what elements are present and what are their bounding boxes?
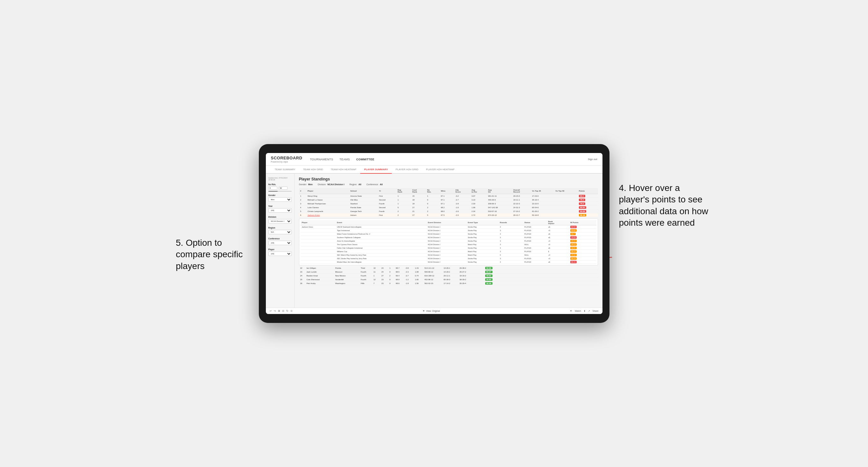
col-adj-score: Adj.Score (454, 188, 470, 194)
conference-label: Conference (269, 238, 292, 240)
col-no-rds: NoRds. (426, 188, 440, 194)
logo-area: SCOREBOARD Powered by clipd (271, 156, 303, 163)
refresh-icon[interactable]: ↻ (286, 310, 288, 312)
event-col-division: Event Division (427, 220, 466, 225)
bottom-toolbar: ↩ ↪ ⊞ ⊡ ↻ ⊙ 👁 View: Original 👁 Watch ⬇ ↗… (266, 308, 602, 314)
filter-conference-label: Conference: (366, 183, 378, 186)
logo-text: SCOREBOARD (271, 156, 303, 160)
copy-icon[interactable]: ⊞ (278, 310, 280, 312)
sub-nav-player-h2h-grid[interactable]: PLAYER H2H GRID (392, 166, 422, 174)
event-table-row: SEC Stroke Play hosted by Jerry Pate NCA… (301, 257, 596, 260)
gender-label: Gender (269, 194, 292, 196)
filter-region-label: Region: (349, 183, 357, 186)
event-col-rank-impact: RankImpact (547, 220, 569, 225)
sub-nav-team-summary[interactable]: TEAM SUMMARY (271, 166, 299, 174)
col-num: # (299, 188, 306, 194)
event-table-row: Tiger Invitational NCAA Division I Strok… (301, 229, 596, 232)
share-button[interactable]: Share (593, 310, 599, 312)
event-table-row: Jackson Koivu UNCW Seahawk Intercollegia… (301, 225, 596, 229)
event-table-row: Southern Highlands Collegiate NCAA Divis… (301, 236, 596, 240)
no-rds-range (269, 186, 292, 190)
annotation-right: 4. Hover over a player's points to see a… (619, 182, 712, 229)
col-avg-sg: AvgSG (487, 188, 512, 194)
region-select[interactable]: N/A (269, 230, 292, 234)
table-row: 4 Luke Clanton Florida State Second 5 27… (299, 206, 598, 210)
event-col-type: Event Type (467, 220, 499, 225)
sub-nav-team-h2h-grid[interactable]: TEAM H2H GRID (299, 166, 327, 174)
division-select[interactable]: NCAA Division I (269, 219, 292, 223)
no-rds-min-input[interactable] (269, 186, 277, 190)
filter-conference-value: All (380, 183, 383, 186)
eye-icon: 👁 (423, 310, 425, 312)
no-rds-label: No Rds. (269, 183, 292, 186)
table-row: 2 Michael Lo Sasso Ole Miss Second 1 18 … (299, 198, 598, 202)
filter-division: Division: NCAA Division I (318, 183, 344, 186)
table-row: 1 Wenyi Ding Arizona State First 1 15 1 … (299, 194, 598, 198)
filter-region: Region: All (349, 183, 361, 186)
no-rds-max-input[interactable] (279, 186, 287, 190)
year-select[interactable]: (All) (269, 208, 292, 213)
table-row: 23 Jack Lundin Missouri Fourth 11 24 0 6… (299, 270, 598, 274)
year-label: Year (269, 205, 292, 207)
conference-select[interactable]: (All) (269, 241, 292, 245)
annotation-left: 5. Option to compare specific players (176, 237, 252, 272)
filter-gender-label: Gender: (299, 183, 307, 186)
col-points: Points (578, 188, 598, 194)
col-reg-rank: RegRank (396, 188, 411, 194)
event-col-status: Status (523, 220, 547, 225)
player-label: Player (269, 248, 292, 251)
toolbar-left: ↩ ↪ ⊞ ⊡ ↻ ⊙ (270, 310, 292, 312)
table-row: 25 Cole Sherwood Vanderbilt Fourth 12 23… (299, 278, 598, 281)
no-rds-slider[interactable] (269, 191, 292, 192)
event-detail-section: Player Event Event Division Event Type R… (299, 218, 598, 266)
undo-icon[interactable]: ↩ (270, 310, 272, 312)
redo-icon[interactable]: ↪ (274, 310, 276, 312)
filter-row: Gender: Men Division: NCAA Division I Re… (299, 183, 598, 186)
event-table-header: Player Event Event Division Event Type R… (301, 220, 596, 225)
player-select[interactable]: (All) (269, 251, 292, 256)
main-content: Update time: 27/01/2024 16:56:26 No Rds.… (266, 174, 602, 308)
filter-gender: Gender: Men (299, 183, 313, 186)
event-table-row: Wake Forest Invitational at Pinehurst No… (301, 232, 596, 236)
filter-gender-value: Men (308, 183, 313, 186)
table-header-row: # Player School Yr RegRank ConfRank NoRd… (299, 188, 598, 194)
event-table-row: SEC Match Play hosted by Jerry Pate NCAA… (301, 253, 596, 257)
event-table-row: Amer An Intercollegiate NCAA Division I … (301, 240, 596, 243)
slider-fill (269, 191, 278, 192)
sub-nav: TEAM SUMMARY TEAM H2H GRID TEAM H2H HEAT… (266, 166, 602, 174)
table-row: 26 Petr Hruby Washington Fifth 7 23 0 68… (299, 281, 598, 285)
col-overall: OverallRecord (512, 188, 531, 194)
col-wins: Wins (440, 188, 454, 194)
sub-nav-player-h2h-heatmap[interactable]: PLAYER H2H HEATMAP (422, 166, 459, 174)
clock-icon[interactable]: ⊙ (290, 310, 292, 312)
player-standings-table: # Player School Yr RegRank ConfRank NoRd… (299, 188, 598, 217)
event-table-row: Mirabel Maui Jim Intercollegiate NCAA Di… (301, 260, 596, 264)
table-row: 24 Bastien Amat New Mexico Fourth 1 27 2… (299, 274, 598, 278)
download-icon[interactable]: ⬇ (584, 310, 586, 312)
event-col-player: Player (301, 220, 336, 225)
tablet-screen: SCOREBOARD Powered by clipd TOURNAMENTS … (266, 153, 602, 314)
main-nav: TOURNAMENTS TEAMS COMMITTEE (310, 157, 588, 162)
watch-button[interactable]: Watch (575, 310, 581, 312)
paste-icon[interactable]: ⊡ (282, 310, 284, 312)
tablet-frame: SCOREBOARD Powered by clipd TOURNAMENTS … (259, 144, 610, 323)
table-row: 3 Michael Thorbjornsen Stanford Fourth 1… (299, 202, 598, 206)
nav-teams[interactable]: TEAMS (340, 157, 350, 162)
sub-nav-player-summary[interactable]: PLAYER SUMMARY (360, 166, 392, 174)
event-table-row: Williams Cup NCAA Division I Match Play … (301, 250, 596, 253)
filter-region-value: All (358, 183, 361, 186)
sub-nav-team-h2h-heatmap[interactable]: TEAM H2H HEATMAP (327, 166, 360, 174)
nav-committee[interactable]: COMMITTEE (356, 157, 375, 162)
toolbar-center: 👁 View: Original (423, 310, 440, 312)
col-conf-rank: ConfRank (411, 188, 426, 194)
sidebar: Update time: 27/01/2024 16:56:26 No Rds.… (266, 174, 294, 308)
filter-conference: Conference: All (366, 183, 382, 186)
col-top25: Vs Top 25 (531, 188, 554, 194)
content-panel: Player Standings Gender: Men Division: N… (294, 174, 602, 308)
sign-out-link[interactable]: Sign out (588, 158, 597, 161)
gender-select[interactable]: Men (269, 197, 292, 202)
event-table-row: Fallen Oak Collegiate Invitational NCAA … (301, 246, 596, 250)
update-time: Update time: 27/01/2024 16:56:26 (269, 177, 292, 181)
view-label[interactable]: View: Original (426, 310, 440, 312)
nav-tournaments[interactable]: TOURNAMENTS (310, 157, 333, 162)
